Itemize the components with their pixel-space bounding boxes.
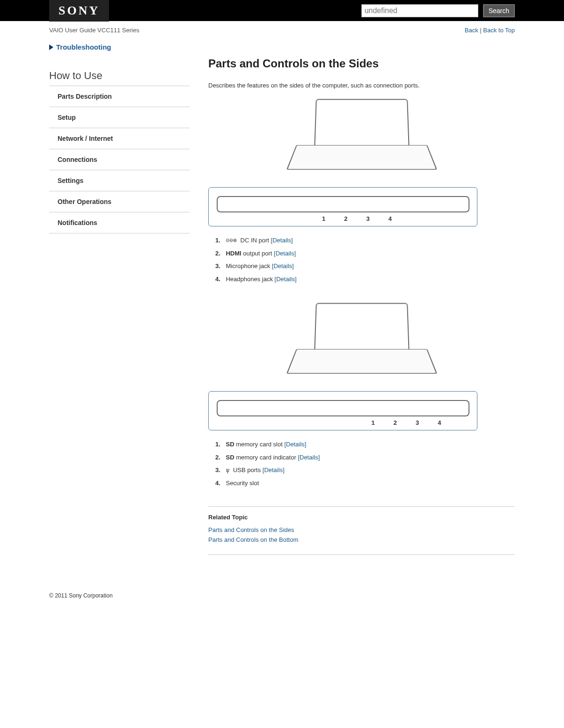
details-link[interactable]: [Details]: [272, 262, 294, 269]
dc-in-icon: ⊝⊖⊕: [226, 237, 236, 244]
left-port-numbers: 1 2 3 4: [294, 215, 392, 222]
port-num: 3: [366, 215, 370, 222]
nav-sep: |: [478, 27, 483, 34]
item-bold: HDMI: [226, 250, 241, 257]
troubleshooting-link[interactable]: Troubleshooting: [49, 43, 190, 51]
sidebar-item-connections[interactable]: Connections: [49, 149, 190, 170]
sidebar-nav: Parts Description Setup Network / Intern…: [49, 86, 190, 233]
brand-logo: SONY: [49, 0, 109, 22]
page-title: Parts and Controls on the Sides: [208, 57, 515, 70]
footer-copyright: © 2011 Sony Corporation: [0, 574, 564, 608]
related-topic: Related Topic Parts and Controls on the …: [208, 506, 515, 555]
chevron-right-icon: [49, 44, 53, 50]
right-port-numbers: 1 2 3 4: [217, 419, 469, 426]
item-text: Microphone jack: [226, 262, 271, 269]
left-ports-list: ⊝⊖⊕ DC IN port [Details] HDMI output por…: [215, 236, 515, 284]
port-num: 2: [344, 215, 347, 222]
port-num: 2: [394, 419, 397, 426]
details-link[interactable]: [Details]: [275, 276, 297, 283]
figure-left-side-wrapper: 1 2 3 4: [208, 98, 515, 226]
intro-text: Describes the features on the sides of t…: [208, 82, 515, 89]
item-bold: SD: [226, 441, 234, 448]
list-item: Microphone jack [Details]: [215, 262, 515, 271]
main-content: Parts and Controls on the Sides Describe…: [208, 43, 515, 555]
sidebar-item-notifications[interactable]: Notifications: [49, 212, 190, 233]
guide-title: VAIO User Guide VCC111 Series: [49, 27, 139, 34]
list-item: ⊝⊖⊕ DC IN port [Details]: [215, 236, 515, 245]
search-button[interactable]: Search: [483, 4, 515, 17]
back-link[interactable]: Back: [465, 27, 478, 34]
item-text: DC IN port: [239, 237, 271, 244]
back-to-top-link[interactable]: Back to Top: [483, 27, 515, 34]
sidebar-item-setup[interactable]: Setup: [49, 107, 190, 128]
sub-header: VAIO User Guide VCC111 Series Back | Bac…: [0, 21, 564, 43]
right-ports-list: SD memory card slot [Details] SD memory …: [215, 440, 515, 488]
details-link[interactable]: [Details]: [298, 454, 320, 461]
nav-links: Back | Back to Top: [465, 27, 515, 34]
list-item: HDMI output port [Details]: [215, 249, 515, 258]
details-link[interactable]: [Details]: [274, 250, 296, 257]
port-num: 4: [438, 419, 441, 426]
laptop-illustration-2: [296, 302, 427, 386]
list-item: ψ USB ports [Details]: [215, 466, 515, 475]
details-link[interactable]: [Details]: [284, 441, 306, 448]
item-bold: SD: [226, 454, 234, 461]
related-link[interactable]: Parts and Controls on the Bottom: [208, 535, 515, 545]
details-link[interactable]: [Details]: [271, 237, 293, 244]
sidebar-item-settings[interactable]: Settings: [49, 170, 190, 191]
usb-icon: ψ: [226, 466, 229, 473]
related-link[interactable]: Parts and Controls on the Sides: [208, 525, 515, 535]
list-item: SD memory card slot [Details]: [215, 440, 515, 449]
port-num: 3: [416, 419, 419, 426]
sidebar-section-title: How to Use: [49, 70, 190, 86]
port-num: 4: [388, 215, 392, 222]
list-item: SD memory card indicator [Details]: [215, 453, 515, 462]
item-text: memory card indicator: [234, 454, 298, 461]
search-input[interactable]: [361, 4, 478, 17]
related-title: Related Topic: [208, 514, 515, 521]
figure-right-side-wrapper: 1 2 3 4: [208, 302, 515, 430]
item-text: memory card slot: [234, 441, 285, 448]
right-side-strip: [217, 400, 469, 416]
sidebar: Troubleshooting How to Use Parts Descrip…: [49, 43, 190, 555]
item-text: USB ports: [231, 466, 262, 473]
item-text: Security slot: [226, 480, 259, 487]
search-area: Search: [361, 4, 515, 17]
left-side-panel-figure: 1 2 3 4: [208, 187, 477, 226]
item-text: output port: [242, 250, 274, 257]
sidebar-item-other-operations[interactable]: Other Operations: [49, 191, 190, 212]
details-link[interactable]: [Details]: [263, 466, 285, 473]
port-num: 1: [322, 215, 325, 222]
laptop-illustration-1: [296, 98, 427, 182]
left-side-strip: [217, 196, 469, 212]
port-num: 1: [372, 419, 375, 426]
sidebar-item-parts-description[interactable]: Parts Description: [49, 86, 190, 107]
container: Troubleshooting How to Use Parts Descrip…: [0, 43, 564, 574]
list-item: Headphones jack [Details]: [215, 275, 515, 284]
top-bar: SONY Search: [0, 0, 564, 21]
list-item: Security slot: [215, 479, 515, 488]
sidebar-item-network[interactable]: Network / Internet: [49, 128, 190, 149]
right-side-panel-figure: 1 2 3 4: [208, 391, 477, 430]
item-text: Headphones jack: [226, 276, 274, 283]
troubleshooting-label: Troubleshooting: [56, 43, 111, 51]
